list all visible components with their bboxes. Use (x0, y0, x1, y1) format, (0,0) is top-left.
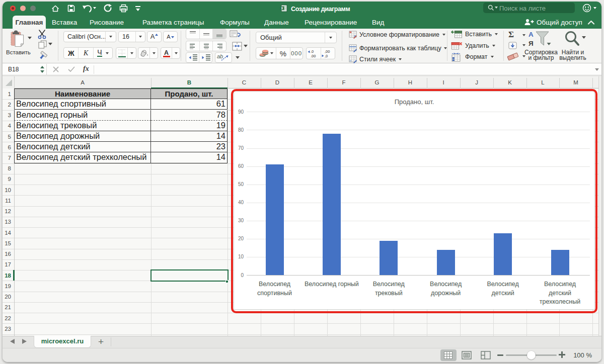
svg-text:А: А (528, 31, 534, 38)
svg-text:Я: Я (528, 40, 534, 47)
svg-text:,0: ,0 (325, 54, 328, 58)
svg-text:.00: .00 (311, 54, 316, 58)
svg-text:X: X (281, 7, 283, 10)
